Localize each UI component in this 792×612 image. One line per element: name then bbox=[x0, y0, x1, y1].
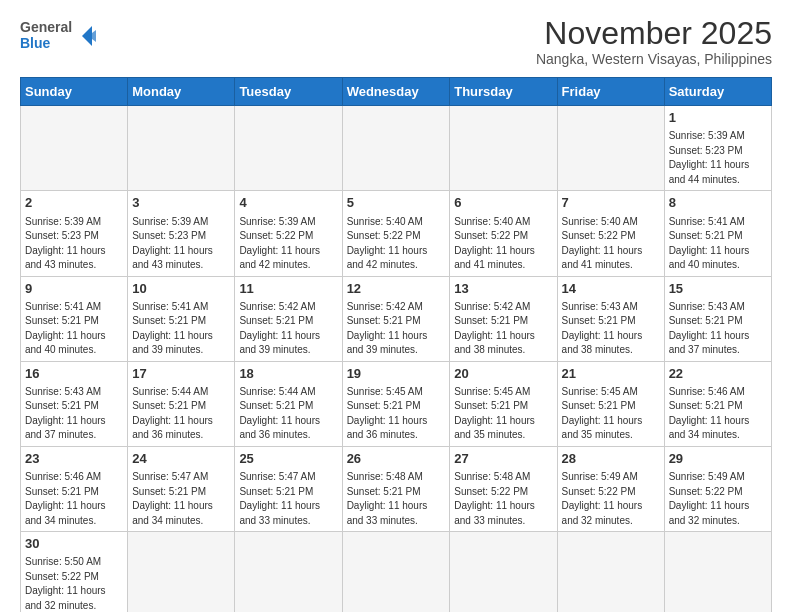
calendar-cell: 17Sunrise: 5:44 AM Sunset: 5:21 PM Dayli… bbox=[128, 361, 235, 446]
calendar-cell: 2Sunrise: 5:39 AM Sunset: 5:23 PM Daylig… bbox=[21, 191, 128, 276]
day-info: Sunrise: 5:45 AM Sunset: 5:21 PM Dayligh… bbox=[454, 385, 552, 443]
day-number: 27 bbox=[454, 450, 552, 468]
day-number: 8 bbox=[669, 194, 767, 212]
calendar-cell bbox=[342, 532, 450, 612]
day-info: Sunrise: 5:41 AM Sunset: 5:21 PM Dayligh… bbox=[132, 300, 230, 358]
logo-text: General Blue bbox=[20, 16, 100, 57]
calendar-cell: 12Sunrise: 5:42 AM Sunset: 5:21 PM Dayli… bbox=[342, 276, 450, 361]
day-info: Sunrise: 5:44 AM Sunset: 5:21 PM Dayligh… bbox=[239, 385, 337, 443]
calendar-cell: 29Sunrise: 5:49 AM Sunset: 5:22 PM Dayli… bbox=[664, 446, 771, 531]
calendar-table: SundayMondayTuesdayWednesdayThursdayFrid… bbox=[20, 77, 772, 612]
day-number: 22 bbox=[669, 365, 767, 383]
day-number: 29 bbox=[669, 450, 767, 468]
day-info: Sunrise: 5:48 AM Sunset: 5:22 PM Dayligh… bbox=[454, 470, 552, 528]
day-number: 21 bbox=[562, 365, 660, 383]
day-info: Sunrise: 5:39 AM Sunset: 5:22 PM Dayligh… bbox=[239, 215, 337, 273]
day-info: Sunrise: 5:46 AM Sunset: 5:21 PM Dayligh… bbox=[669, 385, 767, 443]
calendar-cell: 6Sunrise: 5:40 AM Sunset: 5:22 PM Daylig… bbox=[450, 191, 557, 276]
calendar-cell: 22Sunrise: 5:46 AM Sunset: 5:21 PM Dayli… bbox=[664, 361, 771, 446]
day-number: 12 bbox=[347, 280, 446, 298]
day-info: Sunrise: 5:44 AM Sunset: 5:21 PM Dayligh… bbox=[132, 385, 230, 443]
weekday-header-wednesday: Wednesday bbox=[342, 78, 450, 106]
day-info: Sunrise: 5:48 AM Sunset: 5:21 PM Dayligh… bbox=[347, 470, 446, 528]
day-info: Sunrise: 5:42 AM Sunset: 5:21 PM Dayligh… bbox=[347, 300, 446, 358]
day-info: Sunrise: 5:47 AM Sunset: 5:21 PM Dayligh… bbox=[239, 470, 337, 528]
day-info: Sunrise: 5:47 AM Sunset: 5:21 PM Dayligh… bbox=[132, 470, 230, 528]
day-number: 17 bbox=[132, 365, 230, 383]
day-number: 19 bbox=[347, 365, 446, 383]
calendar-cell: 25Sunrise: 5:47 AM Sunset: 5:21 PM Dayli… bbox=[235, 446, 342, 531]
day-info: Sunrise: 5:39 AM Sunset: 5:23 PM Dayligh… bbox=[25, 215, 123, 273]
day-info: Sunrise: 5:39 AM Sunset: 5:23 PM Dayligh… bbox=[132, 215, 230, 273]
day-info: Sunrise: 5:46 AM Sunset: 5:21 PM Dayligh… bbox=[25, 470, 123, 528]
day-number: 24 bbox=[132, 450, 230, 468]
week-row-1: 2Sunrise: 5:39 AM Sunset: 5:23 PM Daylig… bbox=[21, 191, 772, 276]
day-number: 23 bbox=[25, 450, 123, 468]
weekday-header-row: SundayMondayTuesdayWednesdayThursdayFrid… bbox=[21, 78, 772, 106]
day-info: Sunrise: 5:40 AM Sunset: 5:22 PM Dayligh… bbox=[454, 215, 552, 273]
calendar-cell: 28Sunrise: 5:49 AM Sunset: 5:22 PM Dayli… bbox=[557, 446, 664, 531]
weekday-header-saturday: Saturday bbox=[664, 78, 771, 106]
day-info: Sunrise: 5:49 AM Sunset: 5:22 PM Dayligh… bbox=[562, 470, 660, 528]
calendar-cell bbox=[21, 106, 128, 191]
day-info: Sunrise: 5:43 AM Sunset: 5:21 PM Dayligh… bbox=[669, 300, 767, 358]
calendar-cell: 19Sunrise: 5:45 AM Sunset: 5:21 PM Dayli… bbox=[342, 361, 450, 446]
week-row-0: 1Sunrise: 5:39 AM Sunset: 5:23 PM Daylig… bbox=[21, 106, 772, 191]
day-number: 15 bbox=[669, 280, 767, 298]
day-info: Sunrise: 5:42 AM Sunset: 5:21 PM Dayligh… bbox=[239, 300, 337, 358]
day-number: 13 bbox=[454, 280, 552, 298]
week-row-4: 23Sunrise: 5:46 AM Sunset: 5:21 PM Dayli… bbox=[21, 446, 772, 531]
day-number: 3 bbox=[132, 194, 230, 212]
day-number: 5 bbox=[347, 194, 446, 212]
calendar-cell bbox=[235, 106, 342, 191]
calendar-cell bbox=[664, 532, 771, 612]
day-info: Sunrise: 5:40 AM Sunset: 5:22 PM Dayligh… bbox=[347, 215, 446, 273]
day-info: Sunrise: 5:49 AM Sunset: 5:22 PM Dayligh… bbox=[669, 470, 767, 528]
logo-icon: General Blue bbox=[20, 16, 100, 52]
calendar-cell: 5Sunrise: 5:40 AM Sunset: 5:22 PM Daylig… bbox=[342, 191, 450, 276]
calendar-cell: 23Sunrise: 5:46 AM Sunset: 5:21 PM Dayli… bbox=[21, 446, 128, 531]
day-number: 30 bbox=[25, 535, 123, 553]
calendar-cell: 11Sunrise: 5:42 AM Sunset: 5:21 PM Dayli… bbox=[235, 276, 342, 361]
day-number: 1 bbox=[669, 109, 767, 127]
month-title: November 2025 bbox=[536, 16, 772, 51]
weekday-header-sunday: Sunday bbox=[21, 78, 128, 106]
calendar-cell: 16Sunrise: 5:43 AM Sunset: 5:21 PM Dayli… bbox=[21, 361, 128, 446]
calendar-cell: 9Sunrise: 5:41 AM Sunset: 5:21 PM Daylig… bbox=[21, 276, 128, 361]
day-number: 11 bbox=[239, 280, 337, 298]
calendar-cell: 24Sunrise: 5:47 AM Sunset: 5:21 PM Dayli… bbox=[128, 446, 235, 531]
day-info: Sunrise: 5:39 AM Sunset: 5:23 PM Dayligh… bbox=[669, 129, 767, 187]
day-number: 7 bbox=[562, 194, 660, 212]
calendar-cell: 7Sunrise: 5:40 AM Sunset: 5:22 PM Daylig… bbox=[557, 191, 664, 276]
calendar-cell: 10Sunrise: 5:41 AM Sunset: 5:21 PM Dayli… bbox=[128, 276, 235, 361]
day-number: 18 bbox=[239, 365, 337, 383]
calendar-cell: 14Sunrise: 5:43 AM Sunset: 5:21 PM Dayli… bbox=[557, 276, 664, 361]
calendar-cell: 8Sunrise: 5:41 AM Sunset: 5:21 PM Daylig… bbox=[664, 191, 771, 276]
calendar-cell bbox=[342, 106, 450, 191]
calendar-cell bbox=[235, 532, 342, 612]
calendar-cell bbox=[128, 532, 235, 612]
week-row-3: 16Sunrise: 5:43 AM Sunset: 5:21 PM Dayli… bbox=[21, 361, 772, 446]
calendar-cell: 27Sunrise: 5:48 AM Sunset: 5:22 PM Dayli… bbox=[450, 446, 557, 531]
day-info: Sunrise: 5:41 AM Sunset: 5:21 PM Dayligh… bbox=[25, 300, 123, 358]
weekday-header-monday: Monday bbox=[128, 78, 235, 106]
day-number: 2 bbox=[25, 194, 123, 212]
weekday-header-thursday: Thursday bbox=[450, 78, 557, 106]
svg-text:Blue: Blue bbox=[20, 35, 51, 51]
day-number: 25 bbox=[239, 450, 337, 468]
title-section: November 2025 Nangka, Western Visayas, P… bbox=[536, 16, 772, 67]
calendar-cell: 30Sunrise: 5:50 AM Sunset: 5:22 PM Dayli… bbox=[21, 532, 128, 612]
calendar-cell: 15Sunrise: 5:43 AM Sunset: 5:21 PM Dayli… bbox=[664, 276, 771, 361]
day-number: 4 bbox=[239, 194, 337, 212]
week-row-2: 9Sunrise: 5:41 AM Sunset: 5:21 PM Daylig… bbox=[21, 276, 772, 361]
logo: General Blue bbox=[20, 16, 100, 57]
weekday-header-friday: Friday bbox=[557, 78, 664, 106]
day-number: 6 bbox=[454, 194, 552, 212]
calendar-cell bbox=[450, 532, 557, 612]
weekday-header-tuesday: Tuesday bbox=[235, 78, 342, 106]
calendar-cell: 18Sunrise: 5:44 AM Sunset: 5:21 PM Dayli… bbox=[235, 361, 342, 446]
day-info: Sunrise: 5:40 AM Sunset: 5:22 PM Dayligh… bbox=[562, 215, 660, 273]
location-title: Nangka, Western Visayas, Philippines bbox=[536, 51, 772, 67]
day-number: 20 bbox=[454, 365, 552, 383]
calendar-cell: 3Sunrise: 5:39 AM Sunset: 5:23 PM Daylig… bbox=[128, 191, 235, 276]
